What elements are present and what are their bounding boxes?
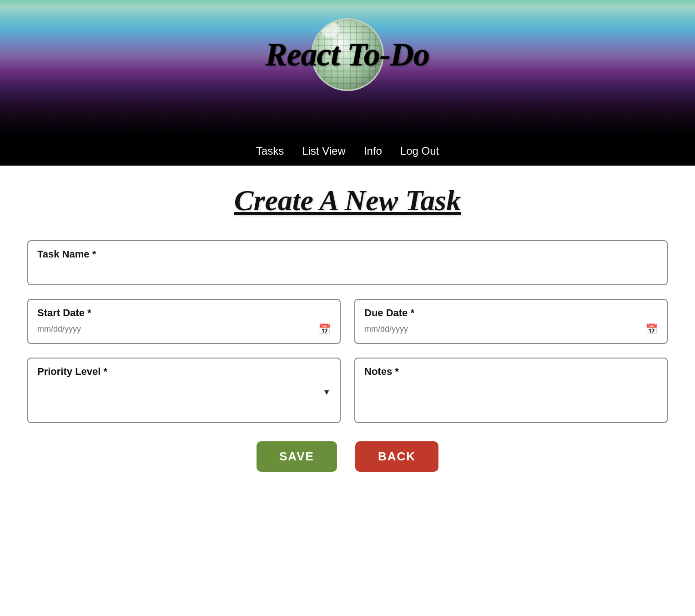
page-title: Create A New Task [27, 184, 668, 217]
start-date-field: Start Date * 📅 [27, 299, 341, 344]
priority-label: Priority Level * [37, 366, 331, 378]
start-date-input[interactable] [37, 323, 318, 336]
priority-field: Priority Level * Low Medium High Critica… [27, 358, 341, 423]
save-button[interactable]: SAVE [257, 441, 337, 472]
due-date-calendar-icon[interactable]: 📅 [645, 323, 658, 335]
nav-info[interactable]: Info [364, 145, 382, 157]
logo-wrapper: React To-Do [211, 9, 484, 100]
notes-label: Notes * [364, 366, 658, 378]
priority-select-wrapper: Low Medium High Critical ▼ [37, 381, 331, 403]
app-title: React To-Do [266, 36, 429, 74]
chevron-down-icon: ▼ [322, 388, 331, 397]
nav-tasks[interactable]: Tasks [256, 145, 284, 157]
back-button[interactable]: BACK [355, 441, 438, 472]
task-name-field: Task Name * [27, 240, 668, 285]
nav-logout[interactable]: Log Out [400, 145, 439, 157]
start-date-calendar-icon[interactable]: 📅 [318, 323, 331, 335]
navbar: Tasks List View Info Log Out [0, 136, 695, 166]
priority-select[interactable]: Low Medium High Critical [37, 386, 322, 399]
notes-input[interactable] [364, 381, 658, 413]
due-date-input[interactable] [364, 323, 645, 336]
due-date-label: Due Date * [364, 307, 658, 319]
priority-notes-row: Priority Level * Low Medium High Critica… [27, 358, 668, 423]
due-date-field: Due Date * 📅 [354, 299, 668, 344]
start-date-label: Start Date * [37, 307, 331, 319]
main-content: Create A New Task Task Name * Start Date… [0, 166, 695, 490]
task-name-label: Task Name * [37, 248, 658, 260]
task-name-input[interactable] [37, 264, 658, 277]
due-date-wrapper: 📅 [364, 323, 658, 336]
button-row: SAVE BACK [27, 441, 668, 472]
notes-field: Notes * [354, 358, 668, 423]
date-row: Start Date * 📅 Due Date * 📅 [27, 299, 668, 344]
create-task-form: Task Name * Start Date * 📅 Due Date * 📅 [27, 240, 668, 423]
start-date-wrapper: 📅 [37, 323, 331, 336]
nav-list-view[interactable]: List View [302, 145, 346, 157]
header: React To-Do [0, 0, 695, 136]
